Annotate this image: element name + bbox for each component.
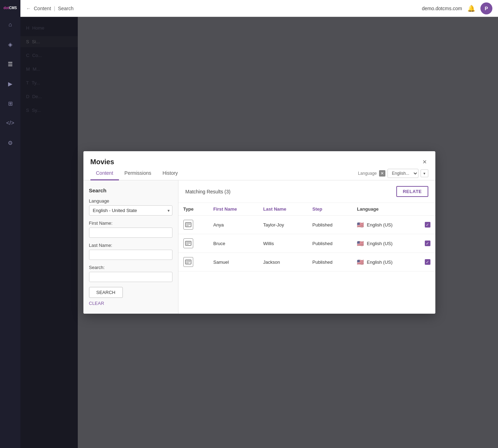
row-first-name-cell: Anya bbox=[208, 216, 258, 234]
first-name-label: First Name: bbox=[89, 220, 172, 226]
row-checkbox[interactable]: ✓ bbox=[425, 241, 430, 246]
last-name-sort-link[interactable]: Last Name bbox=[263, 206, 286, 212]
language-selector-right: Language ✕ English... ▾ bbox=[358, 169, 428, 178]
row-language-cell: 🇺🇸 English (US) bbox=[352, 253, 420, 271]
modal-backdrop: Movies × Content Permissions History Lan… bbox=[20, 17, 498, 448]
tab-history[interactable]: History bbox=[157, 167, 184, 180]
col-first-name: First Name bbox=[208, 203, 258, 216]
flag-icon: 🇺🇸 bbox=[357, 222, 364, 228]
results-header: Matching Results (3) RELATE bbox=[178, 180, 435, 203]
language-label: Language bbox=[358, 171, 377, 176]
row-step-cell: Published bbox=[308, 234, 352, 253]
search-panel: Search Language English - United State ▾ bbox=[83, 180, 178, 314]
modal-title: Movies bbox=[90, 158, 114, 166]
results-table-container: Type First Name Last Name bbox=[178, 203, 435, 314]
col-last-name: Last Name bbox=[258, 203, 308, 216]
row-checkbox-cell[interactable]: ✓ bbox=[420, 253, 435, 271]
breadcrumb-separator: | bbox=[54, 6, 55, 11]
row-last-name-cell: Taylor-Joy bbox=[258, 216, 308, 234]
modal-header: Movies × bbox=[83, 151, 435, 167]
row-checkbox[interactable]: ✓ bbox=[425, 259, 430, 265]
search-panel-title: Search bbox=[89, 187, 172, 193]
search-label: Search: bbox=[89, 265, 172, 270]
flag-icon: 🇺🇸 bbox=[357, 240, 364, 247]
last-name-input[interactable] bbox=[89, 250, 172, 260]
content-type-icon bbox=[183, 257, 193, 267]
breadcrumb-search: Search bbox=[58, 6, 74, 11]
sidebar-item-types[interactable]: ⊞ bbox=[4, 97, 17, 110]
back-icon[interactable]: ← bbox=[26, 6, 31, 11]
sidebar: dotCMS ⌂ ◈ ☰ ▶ ⊞ </> ⚙ bbox=[0, 0, 20, 448]
first-name-input[interactable] bbox=[89, 228, 172, 238]
sidebar-item-home[interactable]: ⌂ bbox=[4, 18, 17, 31]
clear-button[interactable]: CLEAR bbox=[89, 300, 172, 307]
row-type-cell bbox=[178, 234, 209, 253]
table-body: Anya Taylor-Joy Published 🇺🇸 English (US… bbox=[178, 216, 435, 271]
sidebar-item-sites[interactable]: ◈ bbox=[4, 38, 17, 51]
search-button[interactable]: SEARCH bbox=[89, 287, 123, 298]
table-row: Samuel Jackson Published 🇺🇸 English (US) bbox=[178, 253, 435, 271]
col-checkbox bbox=[420, 203, 435, 216]
col-step: Step bbox=[308, 203, 352, 216]
sidebar-item-content[interactable]: ☰ bbox=[4, 58, 17, 70]
relate-button[interactable]: RELATE bbox=[396, 186, 428, 197]
row-first-name-cell: Bruce bbox=[208, 234, 258, 253]
first-name-form-group: First Name: bbox=[89, 220, 172, 238]
row-last-name-cell: Jackson bbox=[258, 253, 308, 271]
first-name-sort-link[interactable]: First Name bbox=[213, 206, 237, 212]
sidebar-item-dev[interactable]: </> bbox=[4, 117, 17, 129]
row-first-name-cell: Samuel bbox=[208, 253, 258, 271]
table-header: Type First Name Last Name bbox=[178, 203, 435, 216]
topbar: ← Content | Search demo.dotcms.com 🔔 P bbox=[20, 0, 498, 17]
row-checkbox[interactable]: ✓ bbox=[425, 222, 430, 228]
avatar[interactable]: P bbox=[480, 2, 492, 14]
breadcrumb-content: Content bbox=[34, 6, 51, 11]
content-type-icon bbox=[183, 238, 193, 248]
tab-permissions[interactable]: Permissions bbox=[119, 167, 157, 180]
step-sort-link[interactable]: Step bbox=[313, 206, 322, 212]
results-title: Matching Results (3) bbox=[185, 189, 231, 194]
page-area: H Home S Si... C Co... M M... T Ty... D … bbox=[20, 17, 498, 448]
col-type: Type bbox=[178, 203, 209, 216]
modal-close-button[interactable]: × bbox=[421, 157, 428, 167]
language-close-button[interactable]: ✕ bbox=[379, 170, 385, 177]
modal-body: Search Language English - United State ▾ bbox=[83, 180, 435, 314]
row-checkbox-cell[interactable]: ✓ bbox=[420, 216, 435, 234]
search-form-group: Search: bbox=[89, 265, 172, 282]
row-language-cell: 🇺🇸 English (US) bbox=[352, 216, 420, 234]
last-name-label: Last Name: bbox=[89, 243, 172, 248]
notification-icon[interactable]: 🔔 bbox=[466, 4, 476, 13]
results-panel: Matching Results (3) RELATE Type bbox=[178, 180, 435, 314]
search-input[interactable] bbox=[89, 272, 172, 282]
modal-tabs-row: Content Permissions History Language ✕ E… bbox=[83, 167, 435, 180]
language-select-top[interactable]: English... bbox=[387, 169, 418, 178]
row-type-cell bbox=[178, 253, 209, 271]
last-name-form-group: Last Name: bbox=[89, 243, 172, 260]
sidebar-item-movies[interactable]: ▶ bbox=[4, 77, 17, 90]
tab-content[interactable]: Content bbox=[90, 167, 119, 180]
table-row: Bruce Willis Published 🇺🇸 English (US) bbox=[178, 234, 435, 253]
logo: dotCMS bbox=[2, 4, 18, 11]
domain-text: demo.dotcms.com bbox=[422, 6, 462, 11]
col-language: Language bbox=[352, 203, 420, 216]
table-row: Anya Taylor-Joy Published 🇺🇸 English (US… bbox=[178, 216, 435, 234]
language-dropdown-arrow[interactable]: ▾ bbox=[421, 169, 428, 177]
row-step-cell: Published bbox=[308, 253, 352, 271]
row-checkbox-cell[interactable]: ✓ bbox=[420, 234, 435, 253]
sidebar-item-system[interactable]: ⚙ bbox=[4, 136, 17, 149]
language-select-search[interactable]: English - United State bbox=[89, 205, 172, 216]
row-last-name-cell: Willis bbox=[258, 234, 308, 253]
results-table: Type First Name Last Name bbox=[178, 203, 435, 271]
row-language-cell: 🇺🇸 English (US) bbox=[352, 234, 420, 253]
tabs-group: Content Permissions History bbox=[90, 167, 184, 180]
language-form-label: Language bbox=[89, 198, 172, 204]
content-type-icon bbox=[183, 220, 193, 230]
modal-dialog: Movies × Content Permissions History Lan… bbox=[83, 151, 435, 314]
row-step-cell: Published bbox=[308, 216, 352, 234]
language-form-group: Language English - United State ▾ bbox=[89, 198, 172, 216]
flag-icon: 🇺🇸 bbox=[357, 259, 364, 265]
row-type-cell bbox=[178, 216, 209, 234]
